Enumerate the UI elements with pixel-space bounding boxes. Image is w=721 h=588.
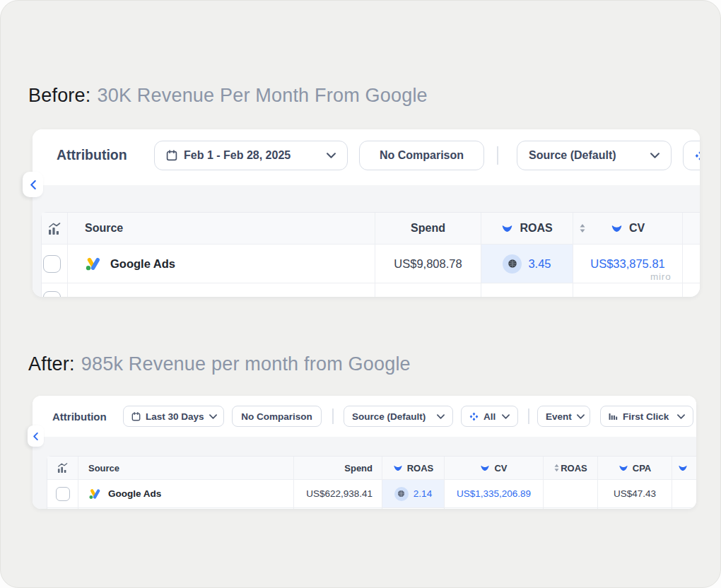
select-cell [42, 283, 68, 297]
spend-header-label: Spend [344, 463, 373, 474]
clipped-column-header [672, 457, 696, 480]
before-heading-text: 30K Revenue Per Month From Google [97, 85, 427, 106]
after-attribution-panel: Attribution Last 30 Days No Comparison S… [33, 396, 696, 509]
calendar-icon [131, 412, 141, 421]
collapse-sidebar-button[interactable] [23, 172, 43, 197]
row-checkbox[interactable] [43, 291, 61, 298]
sphere-icon [394, 487, 409, 501]
date-range-button[interactable]: Feb 1 - Feb 28, 2025 [154, 141, 348, 170]
table-row-partial [47, 508, 696, 509]
cv-column-header[interactable]: CV [573, 213, 683, 245]
sort-icon[interactable] [579, 223, 586, 233]
chart-icon [48, 223, 61, 235]
roas-cell [481, 283, 573, 297]
table-header-row: Source Spend ROAS [42, 213, 700, 245]
chevron-down-icon [677, 414, 685, 419]
source-column-header[interactable]: Source [78, 457, 294, 480]
table-row-partial [42, 283, 700, 297]
event-filter-label: Event [546, 411, 572, 422]
source-header-label: Source [88, 463, 119, 474]
google-ads-icon [85, 256, 101, 272]
cpa-column-header[interactable]: CPA [598, 457, 672, 480]
whale-filter-icon [480, 464, 490, 471]
roas-sort-column-header[interactable]: ROAS [544, 457, 598, 480]
before-heading-prefix: Before: [28, 85, 90, 106]
select-cell [47, 480, 78, 508]
date-range-label: Feb 1 - Feb 28, 2025 [184, 149, 320, 162]
source-name: Google Ads [108, 488, 161, 499]
source-header-label: Source [85, 222, 123, 235]
spend-cell [294, 508, 382, 509]
clipped-column-header [683, 213, 700, 245]
cv-cell[interactable]: US$1,335,206.89 [445, 480, 544, 508]
roas-value: 3.45 [528, 257, 551, 271]
sphere-icon [503, 254, 522, 274]
spend-cell [375, 283, 481, 297]
watermark: miro [650, 271, 671, 282]
calendar-icon [166, 150, 177, 161]
attribution-table: Source Spend ROAS [41, 212, 700, 297]
row-checkbox[interactable] [43, 255, 61, 273]
source-breakdown-button[interactable]: Source (Default) [344, 406, 453, 427]
histogram-icon [609, 413, 618, 421]
collapse-sidebar-button[interactable] [28, 425, 44, 447]
attribution-model-label: First Click [623, 411, 672, 422]
table-row: Google Ads US$9,808.78 3.45 US$33,875.81 [42, 245, 700, 283]
cv-column-header[interactable]: CV [445, 457, 544, 480]
chevron-down-icon [502, 414, 510, 419]
source-breakdown-button[interactable]: Source (Default) [517, 141, 672, 170]
chart-view-header[interactable] [42, 213, 68, 245]
source-cell [68, 283, 375, 297]
chevron-down-icon [650, 153, 660, 158]
event-filter-button[interactable]: Event [537, 406, 590, 427]
whale-filter-icon [611, 224, 623, 233]
before-attribution-panel: Attribution Feb 1 - Feb 28, 2025 No Comp… [33, 129, 700, 297]
whale-filter-icon [393, 464, 403, 471]
chart-view-header[interactable] [47, 457, 78, 480]
page-title: Attribution [52, 411, 107, 423]
chevron-down-icon [437, 414, 445, 419]
chevron-left-icon [30, 180, 36, 189]
source-column-header[interactable]: Source [68, 213, 375, 245]
comparison-button[interactable]: No Comparison [232, 406, 322, 427]
comparison-button[interactable]: No Comparison [359, 141, 484, 170]
clipped-filter-button[interactable] [683, 141, 700, 170]
after-heading-text: 985k Revenue per month from Google [81, 353, 411, 375]
cpa-header-label: CPA [633, 463, 651, 474]
spend-column-header[interactable]: Spend [294, 457, 382, 480]
google-ads-icon [88, 488, 101, 500]
date-range-button[interactable]: Last 30 Days [123, 406, 224, 427]
spend-value: US$9,808.78 [394, 257, 462, 271]
roas-header-label: ROAS [407, 463, 434, 474]
select-cell [47, 508, 78, 509]
whale-filter-icon [678, 464, 688, 471]
spend-cell: US$9,808.78 [375, 245, 481, 283]
whale-filter-icon [501, 224, 513, 233]
cpa-cell: US$47.43 [598, 480, 672, 508]
cv-value: US$1,335,206.89 [457, 488, 531, 499]
row-checkbox[interactable] [56, 487, 70, 501]
roas-sort-cell [544, 480, 598, 508]
cv-header-label: CV [494, 463, 507, 474]
roas-cell[interactable]: 2.14 [382, 480, 445, 508]
after-heading-prefix: After: [28, 353, 75, 375]
channels-filter-button[interactable]: All [461, 406, 518, 427]
sort-icon[interactable] [553, 464, 560, 472]
source-breakdown-label: Source (Default) [529, 149, 644, 162]
toolbar: Attribution Feb 1 - Feb 28, 2025 No Comp… [33, 129, 700, 185]
table-row: Google Ads US$622,938.41 2.14 US$1,335,2… [47, 480, 696, 508]
attribution-table: Source Spend ROAS CV [47, 456, 696, 509]
select-cell [42, 245, 68, 283]
roas-cell[interactable]: 3.45 [481, 245, 573, 283]
after-heading: After:985k Revenue per month from Google [28, 353, 411, 375]
whale-filter-icon [619, 464, 628, 471]
roas-column-header[interactable]: ROAS [382, 457, 445, 480]
attribution-model-button[interactable]: First Click [600, 406, 693, 427]
spend-value: US$622,938.41 [306, 488, 373, 499]
chart-icon [57, 463, 68, 473]
spend-column-header[interactable]: Spend [375, 213, 481, 245]
roas-column-header[interactable]: ROAS [481, 213, 573, 245]
diamond-grid-icon [469, 412, 479, 421]
source-cell: Google Ads [78, 480, 294, 508]
clipped-cell [683, 245, 700, 283]
